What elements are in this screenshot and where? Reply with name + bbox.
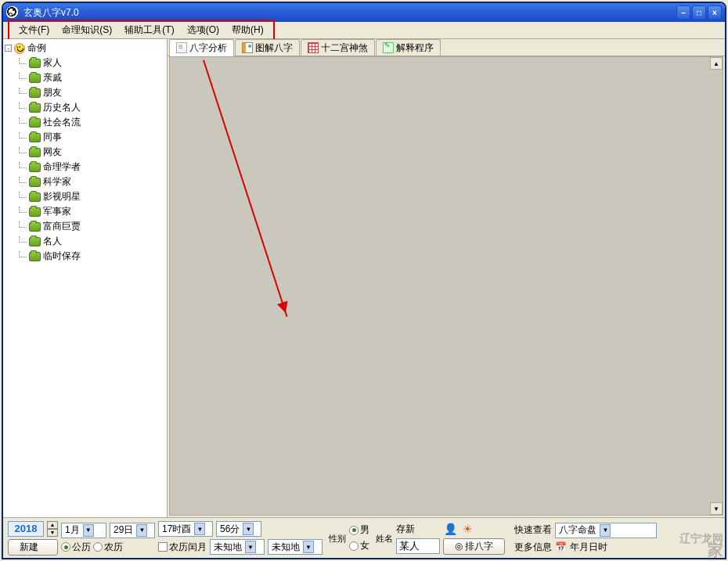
calendar-lunar-radio[interactable]: 农历 xyxy=(93,541,123,554)
tree-item-label: 家人 xyxy=(43,56,62,70)
quick-view-label: 快速查看 xyxy=(514,523,552,537)
folder-icon xyxy=(29,192,41,202)
quick-view-combo[interactable]: 八字命盘▼ xyxy=(555,523,657,538)
month-combo[interactable]: 1月▼ xyxy=(61,523,106,538)
chevron-down-icon: ▼ xyxy=(136,524,147,537)
loc1-combo[interactable]: 未知地▼ xyxy=(210,539,265,555)
tab-twelve-palace[interactable]: 十二宫神煞 xyxy=(301,39,375,56)
tree-item[interactable]: 命理学者 xyxy=(19,160,165,174)
tree-item[interactable]: 富商巨贾 xyxy=(19,219,165,234)
folder-icon xyxy=(29,74,41,83)
chevron-down-icon: ▼ xyxy=(245,541,256,553)
more-info-label: 更多信息 xyxy=(514,541,552,554)
tree-item-label: 科学家 xyxy=(43,175,71,189)
save-new-label: 存新 xyxy=(396,523,440,536)
name-input[interactable] xyxy=(396,538,440,554)
tree-item[interactable]: 科学家 xyxy=(19,174,165,189)
smiley-icon xyxy=(14,43,25,54)
tree-line xyxy=(19,117,27,124)
tree-item[interactable]: 社会名流 xyxy=(19,115,165,130)
tree-item-label: 社会名流 xyxy=(43,116,81,129)
year-down-button[interactable]: ▼ xyxy=(47,529,58,537)
calendar-solar-radio[interactable]: 公历 xyxy=(61,541,91,554)
year-up-button[interactable]: ▲ xyxy=(47,521,58,529)
tree-line xyxy=(19,207,27,213)
watermark: 辽宁龙网 家 xyxy=(679,533,723,556)
scroll-down-button[interactable]: ▼ xyxy=(710,502,723,515)
tree-line xyxy=(19,102,27,109)
tree-item[interactable]: 名人 xyxy=(19,234,165,249)
sex-male-radio[interactable]: 男 xyxy=(349,523,369,537)
maximize-button[interactable]: □ xyxy=(692,5,706,20)
tab-bar: 八字分析 图解八字 十二宫神煞 解释程序 xyxy=(168,39,725,56)
tree-item[interactable]: 亲戚 xyxy=(19,70,165,85)
tree-item-label: 临时保存 xyxy=(43,250,81,263)
tree-line xyxy=(19,177,27,183)
tree-item[interactable]: 家人 xyxy=(19,56,165,70)
folder-icon xyxy=(29,148,41,157)
minimize-button[interactable]: – xyxy=(676,5,690,20)
tree-item-label: 富商巨贾 xyxy=(43,220,81,233)
folder-icon xyxy=(29,133,41,142)
tree-collapse-icon[interactable]: - xyxy=(5,45,12,52)
calendar-icon[interactable]: 📅 xyxy=(555,541,567,552)
tree-item[interactable]: 军事家 xyxy=(19,204,165,219)
tree-item[interactable]: 影视明星 xyxy=(19,189,165,204)
grid-icon xyxy=(308,42,319,53)
menubar-highlight: 文件(F) 命理知识(S) 辅助工具(T) 选项(O) 帮助(H) xyxy=(8,20,275,41)
tree-item[interactable]: 朋友 xyxy=(19,85,165,100)
tree-item-label: 同事 xyxy=(43,131,62,144)
content-area: ▲ ▼ xyxy=(169,56,723,516)
tab-bazi-analysis[interactable]: 八字分析 xyxy=(169,39,234,56)
app-icon xyxy=(6,6,19,19)
tree-root[interactable]: - 命例 xyxy=(5,41,165,56)
sidebar-tree[interactable]: - 命例 家人 亲戚 朋友 历史名人 社会名流 同事 网友 命理学者 科学家 影… xyxy=(3,39,168,517)
tree-item-label: 名人 xyxy=(43,235,62,248)
folder-icon xyxy=(29,118,41,128)
person-icon[interactable]: 👤 xyxy=(443,522,457,536)
loc2-combo[interactable]: 未知地▼ xyxy=(268,539,323,555)
tree-item[interactable]: 历史名人 xyxy=(19,100,165,115)
tree-item[interactable]: 同事 xyxy=(19,130,165,145)
menu-file[interactable]: 文件(F) xyxy=(13,22,56,38)
menu-help[interactable]: 帮助(H) xyxy=(225,22,270,38)
tab-label: 图解八字 xyxy=(255,41,293,55)
sex-female-radio[interactable]: 女 xyxy=(349,539,369,552)
tree-item[interactable]: 网友 xyxy=(19,145,165,160)
folder-icon xyxy=(29,237,41,246)
folder-icon xyxy=(29,178,41,187)
tree-line xyxy=(19,132,27,138)
tree-line xyxy=(19,162,27,168)
tree-item-label: 军事家 xyxy=(43,205,71,218)
year-input[interactable] xyxy=(8,521,44,537)
tab-graphic-bazi[interactable]: 图解八字 xyxy=(235,39,300,56)
paper-icon xyxy=(383,42,394,53)
tree-item-label: 朋友 xyxy=(43,86,62,99)
tree-line xyxy=(19,221,27,228)
tree-item[interactable]: 临时保存 xyxy=(19,249,165,264)
document-icon xyxy=(176,42,187,53)
scroll-up-button[interactable]: ▲ xyxy=(710,57,723,70)
chevron-down-icon: ▼ xyxy=(303,541,314,553)
tree-item-label: 网友 xyxy=(43,146,62,159)
calendar-leap-checkbox[interactable]: 农历闰月 xyxy=(158,541,207,554)
menubar: 文件(F) 命理知识(S) 辅助工具(T) 选项(O) 帮助(H) xyxy=(3,22,725,39)
tree-line xyxy=(19,236,27,243)
paipan-button[interactable]: ◎ 排八字 xyxy=(443,538,505,555)
tree-line xyxy=(19,192,27,198)
chart-icon xyxy=(242,42,253,53)
hour-combo[interactable]: 17时酉▼ xyxy=(158,521,213,537)
close-button[interactable]: × xyxy=(708,5,722,20)
folder-icon xyxy=(29,59,41,68)
tree-line xyxy=(19,88,27,94)
minute-combo[interactable]: 56分▼ xyxy=(216,521,261,537)
new-button[interactable]: 新建 xyxy=(8,539,58,556)
menu-tools[interactable]: 辅助工具(T) xyxy=(118,22,180,38)
menu-knowledge[interactable]: 命理知识(S) xyxy=(56,22,118,38)
day-combo[interactable]: 29日▼ xyxy=(110,523,155,538)
tab-explain[interactable]: 解释程序 xyxy=(376,39,441,56)
tree-line xyxy=(19,58,27,64)
sun-icon[interactable]: ☀ xyxy=(460,522,474,536)
chevron-down-icon: ▼ xyxy=(243,523,254,535)
menu-options[interactable]: 选项(O) xyxy=(181,22,225,38)
